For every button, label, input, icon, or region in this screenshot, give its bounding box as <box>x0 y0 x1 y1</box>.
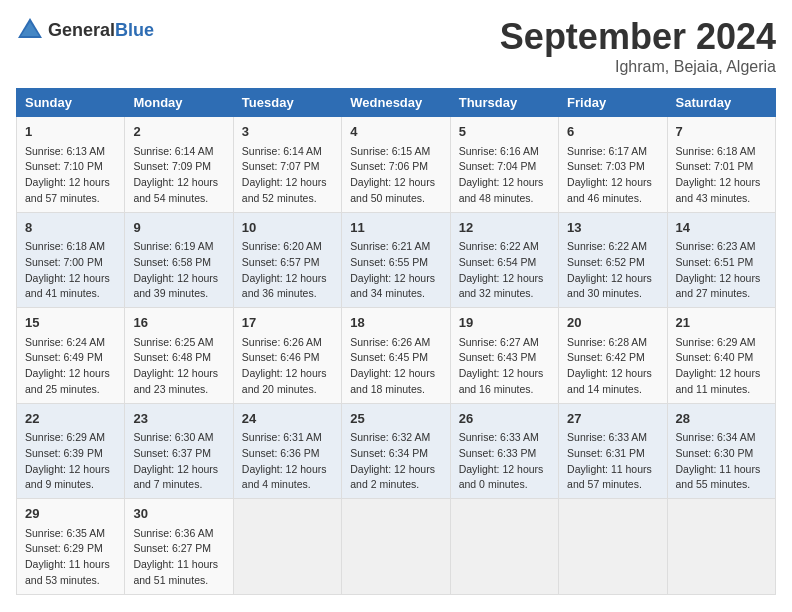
calendar-cell <box>450 499 558 595</box>
title-section: September 2024 Ighram, Bejaia, Algeria <box>500 16 776 76</box>
sunset-text: Sunset: 6:33 PM <box>459 447 537 459</box>
calendar-cell <box>667 499 775 595</box>
daylight-text: Daylight: 12 hours and 57 minutes. <box>25 176 110 204</box>
day-number: 2 <box>133 122 224 142</box>
daylight-text: Daylight: 12 hours and 16 minutes. <box>459 367 544 395</box>
day-number: 12 <box>459 218 550 238</box>
calendar-cell: 3Sunrise: 6:14 AMSunset: 7:07 PMDaylight… <box>233 117 341 213</box>
day-number: 15 <box>25 313 116 333</box>
calendar-cell: 24Sunrise: 6:31 AMSunset: 6:36 PMDayligh… <box>233 403 341 499</box>
day-number: 10 <box>242 218 333 238</box>
sunset-text: Sunset: 6:27 PM <box>133 542 211 554</box>
daylight-text: Daylight: 12 hours and 48 minutes. <box>459 176 544 204</box>
calendar-week-row: 29Sunrise: 6:35 AMSunset: 6:29 PMDayligh… <box>17 499 776 595</box>
sunrise-text: Sunrise: 6:29 AM <box>676 336 756 348</box>
day-number: 7 <box>676 122 767 142</box>
daylight-text: Daylight: 12 hours and 2 minutes. <box>350 463 435 491</box>
calendar-cell <box>559 499 667 595</box>
sunset-text: Sunset: 7:03 PM <box>567 160 645 172</box>
daylight-text: Daylight: 12 hours and 14 minutes. <box>567 367 652 395</box>
sunset-text: Sunset: 6:57 PM <box>242 256 320 268</box>
calendar-cell: 23Sunrise: 6:30 AMSunset: 6:37 PMDayligh… <box>125 403 233 499</box>
day-number: 30 <box>133 504 224 524</box>
calendar-cell: 27Sunrise: 6:33 AMSunset: 6:31 PMDayligh… <box>559 403 667 499</box>
daylight-text: Daylight: 12 hours and 25 minutes. <box>25 367 110 395</box>
sunrise-text: Sunrise: 6:22 AM <box>567 240 647 252</box>
sunset-text: Sunset: 6:49 PM <box>25 351 103 363</box>
col-monday: Monday <box>125 89 233 117</box>
sunrise-text: Sunrise: 6:13 AM <box>25 145 105 157</box>
daylight-text: Daylight: 12 hours and 36 minutes. <box>242 272 327 300</box>
sunset-text: Sunset: 6:46 PM <box>242 351 320 363</box>
day-number: 28 <box>676 409 767 429</box>
daylight-text: Daylight: 12 hours and 54 minutes. <box>133 176 218 204</box>
sunrise-text: Sunrise: 6:14 AM <box>242 145 322 157</box>
sunrise-text: Sunrise: 6:25 AM <box>133 336 213 348</box>
sunset-text: Sunset: 7:09 PM <box>133 160 211 172</box>
sunset-text: Sunset: 6:31 PM <box>567 447 645 459</box>
calendar-cell <box>342 499 450 595</box>
sunset-text: Sunset: 6:48 PM <box>133 351 211 363</box>
calendar-cell: 28Sunrise: 6:34 AMSunset: 6:30 PMDayligh… <box>667 403 775 499</box>
sunrise-text: Sunrise: 6:34 AM <box>676 431 756 443</box>
sunrise-text: Sunrise: 6:28 AM <box>567 336 647 348</box>
calendar-cell: 2Sunrise: 6:14 AMSunset: 7:09 PMDaylight… <box>125 117 233 213</box>
daylight-text: Daylight: 12 hours and 30 minutes. <box>567 272 652 300</box>
daylight-text: Daylight: 12 hours and 7 minutes. <box>133 463 218 491</box>
sunrise-text: Sunrise: 6:27 AM <box>459 336 539 348</box>
daylight-text: Daylight: 12 hours and 39 minutes. <box>133 272 218 300</box>
day-number: 29 <box>25 504 116 524</box>
calendar-cell: 1Sunrise: 6:13 AMSunset: 7:10 PMDaylight… <box>17 117 125 213</box>
sunrise-text: Sunrise: 6:15 AM <box>350 145 430 157</box>
daylight-text: Daylight: 12 hours and 20 minutes. <box>242 367 327 395</box>
col-sunday: Sunday <box>17 89 125 117</box>
page-header: GeneralBlue September 2024 Ighram, Bejai… <box>16 16 776 76</box>
daylight-text: Daylight: 12 hours and 23 minutes. <box>133 367 218 395</box>
col-saturday: Saturday <box>667 89 775 117</box>
sunrise-text: Sunrise: 6:20 AM <box>242 240 322 252</box>
day-number: 25 <box>350 409 441 429</box>
calendar-header-row: Sunday Monday Tuesday Wednesday Thursday… <box>17 89 776 117</box>
calendar-cell: 9Sunrise: 6:19 AMSunset: 6:58 PMDaylight… <box>125 212 233 308</box>
sunset-text: Sunset: 7:01 PM <box>676 160 754 172</box>
sunset-text: Sunset: 6:37 PM <box>133 447 211 459</box>
col-friday: Friday <box>559 89 667 117</box>
calendar-cell: 13Sunrise: 6:22 AMSunset: 6:52 PMDayligh… <box>559 212 667 308</box>
day-number: 13 <box>567 218 658 238</box>
calendar-cell: 25Sunrise: 6:32 AMSunset: 6:34 PMDayligh… <box>342 403 450 499</box>
logo-blue-text: Blue <box>115 20 154 40</box>
daylight-text: Daylight: 11 hours and 51 minutes. <box>133 558 218 586</box>
calendar-cell: 17Sunrise: 6:26 AMSunset: 6:46 PMDayligh… <box>233 308 341 404</box>
location-text: Ighram, Bejaia, Algeria <box>500 58 776 76</box>
day-number: 9 <box>133 218 224 238</box>
day-number: 23 <box>133 409 224 429</box>
calendar-cell: 29Sunrise: 6:35 AMSunset: 6:29 PMDayligh… <box>17 499 125 595</box>
daylight-text: Daylight: 11 hours and 57 minutes. <box>567 463 652 491</box>
daylight-text: Daylight: 12 hours and 9 minutes. <box>25 463 110 491</box>
calendar-cell: 10Sunrise: 6:20 AMSunset: 6:57 PMDayligh… <box>233 212 341 308</box>
sunrise-text: Sunrise: 6:17 AM <box>567 145 647 157</box>
sunset-text: Sunset: 6:29 PM <box>25 542 103 554</box>
sunrise-text: Sunrise: 6:26 AM <box>350 336 430 348</box>
daylight-text: Daylight: 12 hours and 27 minutes. <box>676 272 761 300</box>
calendar-table: Sunday Monday Tuesday Wednesday Thursday… <box>16 88 776 595</box>
daylight-text: Daylight: 12 hours and 11 minutes. <box>676 367 761 395</box>
daylight-text: Daylight: 12 hours and 52 minutes. <box>242 176 327 204</box>
sunset-text: Sunset: 6:54 PM <box>459 256 537 268</box>
day-number: 27 <box>567 409 658 429</box>
sunset-text: Sunset: 6:34 PM <box>350 447 428 459</box>
calendar-cell: 6Sunrise: 6:17 AMSunset: 7:03 PMDaylight… <box>559 117 667 213</box>
calendar-cell: 21Sunrise: 6:29 AMSunset: 6:40 PMDayligh… <box>667 308 775 404</box>
daylight-text: Daylight: 12 hours and 50 minutes. <box>350 176 435 204</box>
month-title: September 2024 <box>500 16 776 58</box>
sunrise-text: Sunrise: 6:29 AM <box>25 431 105 443</box>
day-number: 3 <box>242 122 333 142</box>
sunset-text: Sunset: 6:52 PM <box>567 256 645 268</box>
calendar-cell: 12Sunrise: 6:22 AMSunset: 6:54 PMDayligh… <box>450 212 558 308</box>
daylight-text: Daylight: 12 hours and 41 minutes. <box>25 272 110 300</box>
daylight-text: Daylight: 12 hours and 0 minutes. <box>459 463 544 491</box>
sunset-text: Sunset: 6:36 PM <box>242 447 320 459</box>
sunrise-text: Sunrise: 6:23 AM <box>676 240 756 252</box>
day-number: 1 <box>25 122 116 142</box>
sunrise-text: Sunrise: 6:31 AM <box>242 431 322 443</box>
